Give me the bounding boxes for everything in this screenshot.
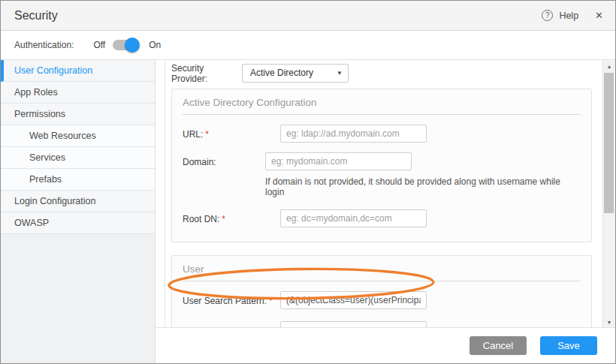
vertical-scrollbar[interactable]: ▲ ▼ <box>602 60 615 329</box>
dialog-footer: Cancel Save <box>156 327 615 363</box>
sidebar-item-app-roles[interactable]: App Roles <box>1 82 155 104</box>
scrollbar-thumb[interactable] <box>604 73 614 213</box>
domain-helper-text: If domain is not provided, it should be … <box>265 176 581 197</box>
dialog-body: User Configuration App Roles Permissions… <box>1 59 615 363</box>
sidebar-item-permissions[interactable]: Permissions <box>1 104 155 125</box>
security-dialog: Security ? Help ✕ Authentication: Off On… <box>0 0 616 364</box>
url-input[interactable] <box>280 125 427 143</box>
authentication-label: Authentication: <box>14 40 74 50</box>
user-search-pattern-row: User Search Pattern:* <box>172 281 591 309</box>
sidebar-item-login-configuration[interactable]: Login Configuration <box>1 191 155 212</box>
required-asterisk: * <box>205 129 209 140</box>
required-asterisk: * <box>269 296 273 306</box>
sidebar: User Configuration App Roles Permissions… <box>1 60 156 363</box>
security-provider-value: Active Directory <box>250 68 313 78</box>
toggle-off-label: Off <box>93 40 105 50</box>
test-username-row: Test Username:* <box>172 309 591 329</box>
security-provider-select[interactable]: Active Directory ▼ <box>242 64 349 83</box>
sidebar-item-owasp[interactable]: OWASP <box>1 212 155 234</box>
authentication-row: Authentication: Off On <box>1 31 615 59</box>
dialog-header: Security ? Help ✕ <box>1 1 615 31</box>
url-label: URL:* <box>183 125 280 143</box>
toggle-on-label: On <box>149 40 161 50</box>
url-field-row: URL:* <box>172 115 591 143</box>
user-search-pattern-input[interactable] <box>280 291 427 309</box>
toggle-knob <box>125 38 140 53</box>
help-link[interactable]: Help <box>559 11 578 21</box>
user-section-title: User <box>172 256 591 281</box>
authentication-toggle[interactable] <box>113 40 138 50</box>
domain-field-row: Domain: If domain is not provided, it sh… <box>172 143 591 197</box>
sidebar-item-prefabs[interactable]: Prefabs <box>1 169 155 191</box>
page-title: Security <box>14 9 58 23</box>
scroll-up-icon[interactable]: ▲ <box>603 61 615 73</box>
cancel-button[interactable]: Cancel <box>470 336 527 355</box>
user-search-pattern-label: User Search Pattern:* <box>183 291 280 309</box>
content-viewport: Security Provider: Active Directory ▼ Ac… <box>156 60 615 329</box>
sidebar-item-user-configuration[interactable]: User Configuration <box>1 60 155 82</box>
domain-input[interactable] <box>265 152 412 170</box>
sidebar-item-services[interactable]: Services <box>1 147 155 169</box>
content-panel: Security Provider: Active Directory ▼ Ac… <box>165 60 602 329</box>
sidebar-item-web-resources[interactable]: Web Resources <box>1 125 155 147</box>
chevron-down-icon: ▼ <box>337 65 343 82</box>
rootdn-field-row: Root DN:* <box>172 197 591 242</box>
domain-label: Domain: <box>183 152 265 197</box>
rootdn-label: Root DN:* <box>183 209 280 227</box>
security-provider-row: Security Provider: Active Directory ▼ <box>171 64 592 83</box>
save-button[interactable]: Save <box>540 336 597 355</box>
close-icon[interactable]: ✕ <box>595 10 603 21</box>
rootdn-input[interactable] <box>280 209 427 227</box>
ad-section-title: Active Directory Configuration <box>172 89 591 114</box>
ad-configuration-section: Active Directory Configuration URL:* Dom… <box>171 89 592 242</box>
help-icon[interactable]: ? <box>542 10 553 21</box>
user-section: User User Search Pattern:* Test Username… <box>171 255 592 329</box>
security-provider-label: Security Provider: <box>171 63 242 84</box>
required-asterisk: * <box>222 214 225 224</box>
